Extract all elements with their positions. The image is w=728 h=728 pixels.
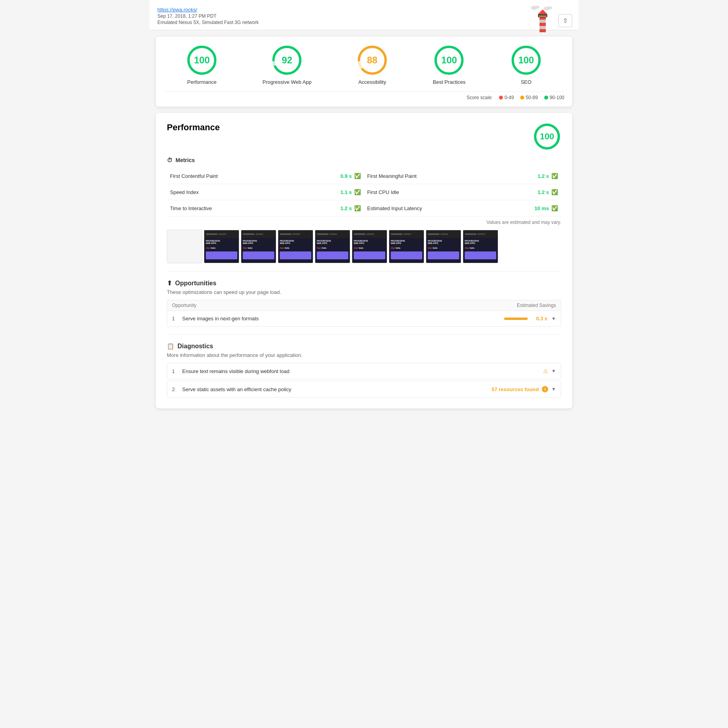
metric-name: Time to Interactive — [170, 205, 212, 211]
svg-point-1 — [534, 6, 540, 9]
metric-name: Estimated Input Latency — [367, 205, 422, 211]
header-actions: ⇧ — [531, 5, 572, 36]
diagnostics-header: 📋 Diagnostics — [167, 343, 561, 350]
opp-left-1: 1 Serve images in next-gen formats — [172, 316, 259, 322]
metrics-col-left: First Contentful Paint 0.9 s ✅ Speed Ind… — [167, 168, 364, 216]
opp-num-1: 1 — [172, 316, 178, 322]
device-info: Emulated Nexus 5X, Simulated Fast 3G net… — [157, 20, 571, 25]
expand-diag-1[interactable]: ▼ — [551, 368, 556, 374]
screenshot-3: PROGRESSIVEWEB APPS digikala — [278, 230, 313, 263]
scale-range-green: 90-100 — [550, 95, 564, 100]
opportunities-title: Opportunities — [175, 280, 216, 287]
opportunities-icon: ⬆ — [167, 279, 172, 287]
metric-value: 0.9 s ✅ — [340, 173, 361, 179]
screenshot-4: PROGRESSIVEWEB APPS digikala — [315, 230, 350, 263]
screenshot-6: PROGRESSIVEWEB APPS digikala — [389, 230, 424, 263]
score-circle-seo: 100 — [510, 44, 542, 76]
page-header: https://pwa.rocks/ Sep 17, 2018, 1:27 PM… — [150, 0, 578, 30]
diag-num-2: 2 — [172, 386, 178, 392]
score-label-pwa: Progressive Web App — [262, 79, 312, 85]
check-icon: ✅ — [551, 189, 558, 195]
metrics-header: ⏱ Metrics — [167, 157, 561, 163]
savings-val-1: 0.3 s — [532, 316, 547, 322]
performance-section: Performance 100 ⏱ Metrics First Contentf… — [156, 113, 572, 408]
metrics-col-right: First Meaningful Paint 1.2 s ✅ First CPU… — [364, 168, 561, 216]
col-savings: Estimated Savings — [517, 303, 556, 308]
score-item-accessibility: 88 Accessibility — [357, 44, 388, 85]
scale-orange: 50-89 — [520, 95, 538, 100]
opportunity-row-1: 1 Serve images in next-gen formats 0.3 s… — [167, 310, 561, 327]
diag-right-2: 57 resources found i ▼ — [491, 386, 556, 392]
stopwatch-icon: ⏱ — [167, 157, 172, 163]
diagnostics-title: Diagnostics — [177, 343, 213, 350]
diag-name-2: Serve static assets with an efficient ca… — [182, 386, 291, 392]
section-title: Performance — [167, 122, 220, 133]
lighthouse-logo — [531, 5, 554, 36]
score-number-bestpractices: 100 — [441, 55, 457, 66]
section-header: Performance 100 — [167, 122, 561, 151]
opportunities-desc: These optimizations can speed up your pa… — [167, 289, 561, 295]
check-icon: ✅ — [354, 189, 361, 195]
share-button[interactable]: ⇧ — [558, 14, 572, 27]
metric-row-0-left: First Contentful Paint 0.9 s ✅ — [167, 168, 364, 184]
metric-name: First Meaningful Paint — [367, 173, 417, 179]
metric-name: Speed Index — [170, 189, 199, 195]
diag-left-1: 1 Ensure text remains visible during web… — [172, 368, 289, 374]
scale-range-orange: 50-89 — [526, 95, 538, 100]
section-score-circle: 100 — [533, 122, 561, 151]
scale-green: 90-100 — [544, 95, 564, 100]
svg-rect-7 — [540, 29, 546, 32]
screenshot-7: PROGRESSIVEWEB APPS digikala — [426, 230, 461, 263]
svg-rect-6 — [540, 23, 546, 26]
expand-icon-1[interactable]: ▼ — [551, 316, 556, 322]
score-circle-performance: 100 — [186, 44, 218, 76]
divider-2 — [167, 334, 561, 335]
score-item-bestpractices: 100 Best Practices — [433, 44, 466, 85]
metric-value: 1.2 s ✅ — [340, 205, 361, 211]
expand-diag-2[interactable]: ▼ — [551, 386, 556, 392]
score-item-pwa: 92 Progressive Web App — [262, 44, 312, 85]
metrics-note: Values are estimated and may vary. — [167, 220, 561, 225]
screenshot-2: PROGRESSIVEWEB APPS digikala — [241, 230, 276, 263]
check-icon: ✅ — [354, 173, 361, 179]
metric-name: First CPU Idle — [367, 189, 399, 195]
metric-row-1-right: First CPU Idle 1.2 s ✅ — [364, 184, 561, 200]
score-number-seo: 100 — [518, 55, 534, 66]
metrics-label: Metrics — [176, 157, 195, 163]
scores-row: 100 Performance 92 Progressive Web App — [164, 44, 564, 91]
diag-num-1: 1 — [172, 368, 178, 374]
scale-dot-orange — [520, 96, 524, 100]
diagnostic-row-2: 2 Serve static assets with an efficient … — [167, 381, 561, 397]
resources-badge: 57 resources found — [491, 386, 539, 392]
metric-value: 1.2 s ✅ — [538, 189, 558, 195]
screenshot-8: PROGRESSIVEWEB APPS digikala — [463, 230, 498, 263]
score-label-accessibility: Accessibility — [358, 79, 386, 85]
page-url[interactable]: https://pwa.rocks/ — [157, 7, 197, 13]
metric-value: 1.1 s ✅ — [340, 189, 361, 195]
section-score-value: 100 — [540, 131, 554, 142]
scale-range-red: 0-49 — [504, 95, 514, 100]
metric-row-2-left: Time to Interactive 1.2 s ✅ — [167, 200, 364, 216]
scale-dot-green — [544, 96, 548, 100]
metric-value: 10 ms ✅ — [534, 205, 558, 211]
diag-right-1: ⚠ ▼ — [543, 368, 556, 374]
metric-row-2-right: Estimated Input Latency 10 ms ✅ — [364, 200, 561, 216]
score-circle-bestpractices: 100 — [433, 44, 465, 76]
score-item-seo: 100 SEO — [510, 44, 542, 85]
metric-row-0-right: First Meaningful Paint 1.2 s ✅ — [364, 168, 561, 184]
check-icon: ✅ — [551, 205, 558, 211]
scale-row: Score scale: 0-49 50-89 90-100 — [164, 91, 564, 100]
diag-name-1: Ensure text remains visible during webfo… — [182, 368, 289, 374]
score-number-accessibility: 88 — [367, 55, 377, 66]
score-number-performance: 100 — [194, 55, 210, 66]
svg-rect-10 — [539, 16, 547, 17]
score-card: 100 Performance 92 Progressive Web App — [156, 37, 572, 107]
diagnostic-row-1: 1 Ensure text remains visible during web… — [167, 363, 561, 379]
screenshot-5: PROGRESSIVEWEB APPS digikala — [352, 230, 387, 263]
opportunities-header: ⬆ Opportunities — [167, 279, 561, 287]
check-icon: ✅ — [551, 173, 558, 179]
savings-bar-1 — [504, 318, 528, 320]
scale-red: 0-49 — [499, 95, 514, 100]
opp-right-1: 0.3 s ▼ — [504, 316, 556, 322]
metric-value: 1.2 s ✅ — [538, 173, 558, 179]
